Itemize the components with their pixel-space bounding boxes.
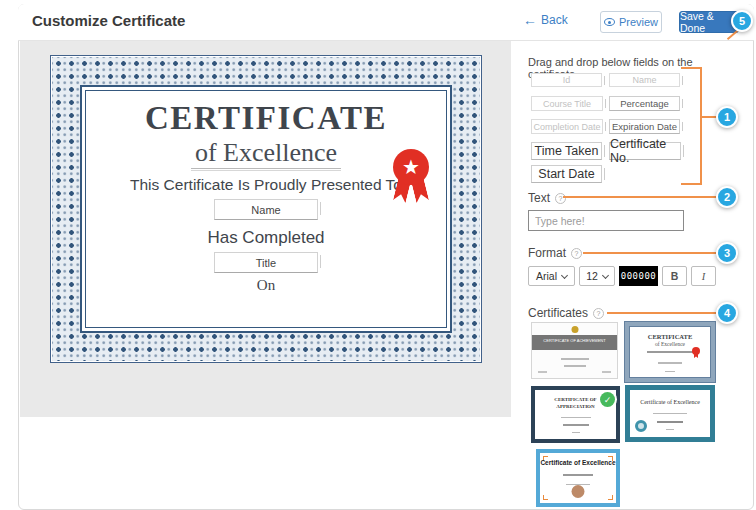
bold-button[interactable]: B xyxy=(662,266,687,286)
preview-button[interactable]: Preview xyxy=(600,11,662,33)
text-section-label: Text ? xyxy=(528,191,566,205)
callout-2-connector xyxy=(563,196,716,198)
back-label: Back xyxy=(541,13,568,27)
format-section-label: Format ? xyxy=(528,246,582,260)
callout-badge-1: 1 xyxy=(716,106,738,128)
callout-1-connector xyxy=(702,116,717,118)
font-color-swatch[interactable]: 000000 xyxy=(619,266,658,286)
custom-text-input[interactable] xyxy=(528,210,684,231)
certificate-name-field[interactable]: Name xyxy=(214,199,318,220)
certificate-on-line: On xyxy=(51,277,481,294)
font-family-value: Arial xyxy=(536,270,557,282)
format-label: Format xyxy=(528,246,566,260)
font-family-select[interactable]: Arial xyxy=(528,266,575,286)
page-title: Customize Certificate xyxy=(32,12,185,29)
callout-badge-4: 4 xyxy=(716,302,738,324)
chevron-down-icon xyxy=(602,271,609,278)
template-2-title: CERTIFICATE xyxy=(629,333,711,340)
certificate-title-field[interactable]: Title xyxy=(214,252,318,273)
field-chip-time-taken[interactable]: Time Taken xyxy=(531,142,602,160)
back-arrow-icon: ← xyxy=(523,13,537,27)
callout-badge-2: 2 xyxy=(716,186,738,208)
field-chip-id[interactable]: Id xyxy=(531,73,602,87)
certificates-help-icon[interactable]: ? xyxy=(593,308,604,319)
field-chip-start-date[interactable]: Start Date xyxy=(531,165,602,183)
field-chip-course-title[interactable]: Course Title xyxy=(531,96,603,111)
text-label: Text xyxy=(528,191,550,205)
eye-icon xyxy=(604,18,615,26)
back-button[interactable]: ← Back xyxy=(523,13,568,27)
certificate-title: CERTIFICATE xyxy=(51,100,481,137)
format-help-icon[interactable]: ? xyxy=(571,248,582,259)
certificate-template-excellence-lightblue[interactable]: Certificate of Excellence xyxy=(536,449,620,507)
field-chip-percentage[interactable]: Percentage xyxy=(609,96,680,111)
template-3-title: CERTIFICATE OF APPRECIATION xyxy=(543,396,608,410)
certificate-template-excellence-teal[interactable]: Certificate of Excellence xyxy=(625,385,715,442)
callout-badge-3: 3 xyxy=(716,242,738,264)
selected-check-icon: ✓ xyxy=(600,392,615,407)
callout-1-bracket xyxy=(681,67,702,185)
certificate-template-excellence-ornate[interactable]: CERTIFICATE of Excellence xyxy=(625,322,715,382)
mini-red-ribbon-icon xyxy=(692,347,700,355)
font-size-select[interactable]: 12 xyxy=(579,266,615,286)
red-ribbon-award-icon: ★ xyxy=(392,149,430,205)
teal-seal-icon xyxy=(635,420,647,432)
template-5-title: Certificate of Excellence xyxy=(540,459,616,466)
ribbon-medal-star: ★ xyxy=(393,149,429,185)
italic-button[interactable]: I xyxy=(691,266,716,286)
gold-medal-icon xyxy=(571,326,578,333)
callout-badge-5: 5 xyxy=(731,10,753,32)
template-2-subtitle: of Excellence xyxy=(629,341,711,347)
template-4-title: Certificate of Excellence xyxy=(630,399,710,405)
font-size-value: 12 xyxy=(586,270,598,282)
customize-certificate-page: Customize Certificate ← Back Preview Sav… xyxy=(0,0,756,510)
save-done-label: Save & Done xyxy=(680,10,738,34)
callout-3-connector xyxy=(583,252,716,254)
field-chip-certificate-no[interactable]: Certificate No. xyxy=(609,142,681,160)
preview-label: Preview xyxy=(619,16,658,28)
callout-4-connector xyxy=(607,312,716,314)
field-chip-completion-date[interactable]: Completion Date xyxy=(531,119,603,134)
certificate-template-appreciation[interactable]: CERTIFICATE OF APPRECIATION ✓ xyxy=(531,386,620,443)
template-1-title: CERTIFICATE OF ACHIEVEMENT xyxy=(532,335,617,350)
chevron-down-icon xyxy=(561,271,568,278)
certificate-template-achievement[interactable]: CERTIFICATE OF ACHIEVEMENT xyxy=(531,322,618,379)
certificates-section-label: Certificates ? xyxy=(528,306,604,320)
save-done-button[interactable]: Save & Done xyxy=(679,11,739,33)
certificate-divider xyxy=(191,168,341,171)
text-help-icon[interactable]: ? xyxy=(555,193,566,204)
certificate-completed-line: Has Completed xyxy=(51,228,481,248)
certificates-label: Certificates xyxy=(528,306,588,320)
bronze-seal-icon xyxy=(572,485,585,498)
field-chip-name[interactable]: Name xyxy=(609,73,680,87)
certificate-canvas: CERTIFICATE of Excellence This Certifica… xyxy=(50,55,482,363)
field-chip-expiration-date[interactable]: Expiration Date xyxy=(609,119,680,134)
